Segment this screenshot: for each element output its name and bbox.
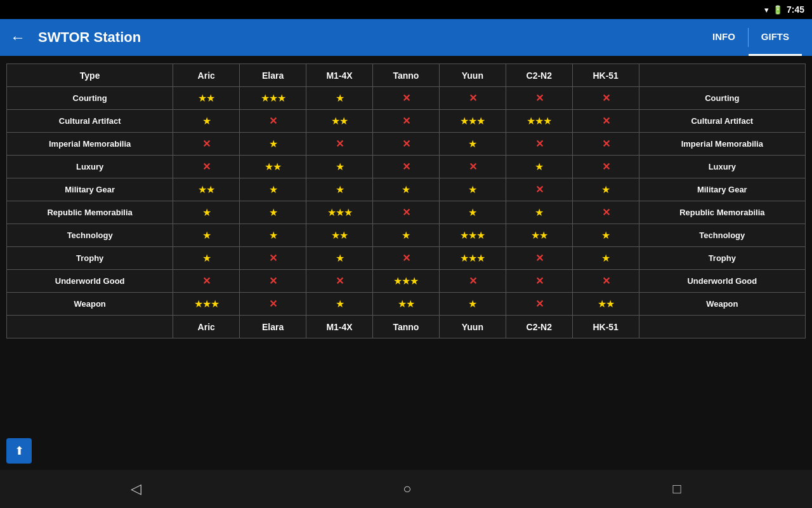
cell-0-1: ★★★ bbox=[240, 87, 306, 110]
content-area: Type Aric Elara M1-4X Tanno Yuun C2-N2 H… bbox=[0, 56, 812, 470]
cell-8-1: ✕ bbox=[240, 270, 306, 293]
top-bar: ← SWTOR Station INFO GIFTS bbox=[0, 19, 812, 56]
cell-4-4: ★ bbox=[439, 178, 506, 201]
row-type-1: Cultural Artifact bbox=[7, 110, 173, 133]
wifi-icon: ▾ bbox=[764, 5, 769, 15]
back-button[interactable]: ← bbox=[10, 29, 25, 46]
cell-4-1: ★ bbox=[240, 178, 306, 201]
cell-3-2: ★ bbox=[306, 156, 373, 178]
col-header-elara: Elara bbox=[240, 64, 306, 87]
col-header-right bbox=[639, 64, 805, 87]
col-header-tanno: Tanno bbox=[373, 64, 440, 87]
cell-3-6: ✕ bbox=[572, 156, 639, 178]
status-bar: ▾ 🔋 7:45 bbox=[0, 0, 812, 19]
cell-9-0: ★★★ bbox=[173, 293, 240, 316]
row-right-type-8: Underworld Good bbox=[639, 270, 805, 293]
cell-9-6: ★★ bbox=[572, 293, 639, 316]
cell-2-6: ✕ bbox=[572, 133, 639, 156]
footer-aric: Aric bbox=[173, 316, 240, 338]
cell-7-2: ★ bbox=[306, 247, 373, 270]
cell-9-5: ✕ bbox=[506, 293, 572, 316]
cell-8-6: ✕ bbox=[572, 270, 639, 293]
cell-8-5: ✕ bbox=[506, 270, 572, 293]
row-type-4: Military Gear bbox=[7, 178, 173, 201]
footer-hk51: HK-51 bbox=[572, 316, 639, 338]
cell-5-3: ✕ bbox=[373, 201, 440, 224]
status-icons: ▾ 🔋 7:45 bbox=[764, 4, 804, 15]
row-type-8: Underworld Good bbox=[7, 270, 173, 293]
cell-4-5: ✕ bbox=[506, 178, 572, 201]
table-row: Imperial Memorabilia✕★✕✕★✕✕Imperial Memo… bbox=[7, 133, 806, 156]
cell-6-2: ★★ bbox=[306, 224, 373, 247]
cell-6-1: ★ bbox=[240, 224, 306, 247]
col-header-c2n2: C2-N2 bbox=[506, 64, 572, 87]
cell-8-0: ✕ bbox=[173, 270, 240, 293]
cell-5-6: ✕ bbox=[572, 201, 639, 224]
row-right-type-4: Military Gear bbox=[639, 178, 805, 201]
cell-1-0: ★ bbox=[173, 110, 240, 133]
nav-tabs: INFO GIFTS bbox=[700, 19, 802, 56]
app-title: SWTOR Station bbox=[38, 29, 687, 46]
cell-7-1: ✕ bbox=[240, 247, 306, 270]
cell-1-2: ★★ bbox=[306, 110, 373, 133]
row-type-6: Technology bbox=[7, 224, 173, 247]
row-right-type-0: Courting bbox=[639, 87, 805, 110]
cell-3-3: ✕ bbox=[373, 156, 440, 178]
cell-9-3: ★★ bbox=[373, 293, 440, 316]
cell-2-4: ★ bbox=[439, 133, 506, 156]
footer-yuun: Yuun bbox=[439, 316, 506, 338]
footer-m14x: M1-4X bbox=[306, 316, 373, 338]
cell-0-6: ✕ bbox=[572, 87, 639, 110]
cell-4-6: ★ bbox=[572, 178, 639, 201]
cell-6-4: ★★★ bbox=[439, 224, 506, 247]
nav-recent-button[interactable]: □ bbox=[673, 481, 681, 497]
table-row: Technology★★★★★★★★★★★Technology bbox=[7, 224, 806, 247]
cell-0-0: ★★ bbox=[173, 87, 240, 110]
table-row: Luxury✕★★★✕✕★✕Luxury bbox=[7, 156, 806, 178]
cell-3-0: ✕ bbox=[173, 156, 240, 178]
cell-5-0: ★ bbox=[173, 201, 240, 224]
col-header-type: Type bbox=[7, 64, 173, 87]
cell-1-6: ✕ bbox=[572, 110, 639, 133]
cell-0-3: ✕ bbox=[373, 87, 440, 110]
nav-back-button[interactable]: ◁ bbox=[131, 481, 141, 497]
row-right-type-1: Cultural Artifact bbox=[639, 110, 805, 133]
table-row: Courting★★★★★★✕✕✕✕Courting bbox=[7, 87, 806, 110]
cell-5-5: ★ bbox=[506, 201, 572, 224]
table-row: Military Gear★★★★★★✕★Military Gear bbox=[7, 178, 806, 201]
row-right-type-9: Weapon bbox=[639, 293, 805, 316]
table-row: Trophy★✕★✕★★★✕★Trophy bbox=[7, 247, 806, 270]
cell-5-4: ★ bbox=[439, 201, 506, 224]
cell-3-1: ★★ bbox=[240, 156, 306, 178]
battery-icon: 🔋 bbox=[773, 5, 783, 15]
nav-home-button[interactable]: ○ bbox=[403, 481, 411, 497]
cell-7-6: ★ bbox=[572, 247, 639, 270]
footer-elara: Elara bbox=[240, 316, 306, 338]
cell-2-5: ✕ bbox=[506, 133, 572, 156]
cell-4-0: ★★ bbox=[173, 178, 240, 201]
status-time: 7:45 bbox=[787, 4, 804, 15]
cell-6-0: ★ bbox=[173, 224, 240, 247]
table-row: Cultural Artifact★✕★★✕★★★★★★✕Cultural Ar… bbox=[7, 110, 806, 133]
cell-0-2: ★ bbox=[306, 87, 373, 110]
cell-9-4: ★ bbox=[439, 293, 506, 316]
cell-7-5: ✕ bbox=[506, 247, 572, 270]
tab-info[interactable]: INFO bbox=[700, 19, 748, 56]
footer-c2n2: C2-N2 bbox=[506, 316, 572, 338]
scroll-top-button[interactable]: ⬆ bbox=[6, 438, 32, 464]
row-right-type-3: Luxury bbox=[639, 156, 805, 178]
gift-table: Type Aric Elara M1-4X Tanno Yuun C2-N2 H… bbox=[6, 64, 806, 338]
cell-1-3: ✕ bbox=[373, 110, 440, 133]
tab-gifts[interactable]: GIFTS bbox=[749, 19, 802, 56]
cell-9-1: ✕ bbox=[240, 293, 306, 316]
cell-0-4: ✕ bbox=[439, 87, 506, 110]
row-type-7: Trophy bbox=[7, 247, 173, 270]
row-right-type-7: Trophy bbox=[639, 247, 805, 270]
cell-3-5: ★ bbox=[506, 156, 572, 178]
col-header-hk51: HK-51 bbox=[572, 64, 639, 87]
col-header-m14x: M1-4X bbox=[306, 64, 373, 87]
table-row: Republic Memorabilia★★★★★✕★★✕Republic Me… bbox=[7, 201, 806, 224]
bottom-nav: ◁ ○ □ bbox=[0, 470, 812, 508]
cell-4-3: ★ bbox=[373, 178, 440, 201]
row-type-2: Imperial Memorabilia bbox=[7, 133, 173, 156]
